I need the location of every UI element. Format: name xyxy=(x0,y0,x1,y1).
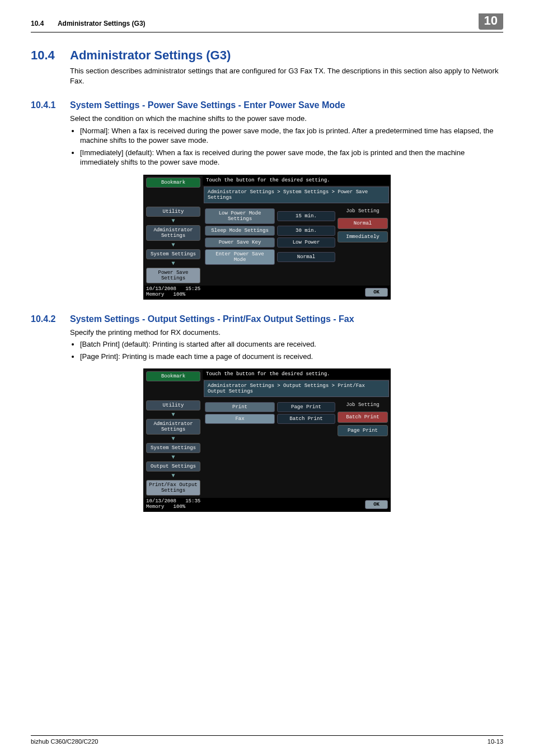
panel-prompt: Touch the button for the desired setting… xyxy=(203,175,390,185)
heading-num: 10.4.1 xyxy=(31,100,70,110)
option-page-print[interactable]: Page Print xyxy=(338,425,388,436)
bullets-10-4-2: [Batch Print] (default): Printing is sta… xyxy=(70,339,503,361)
nav-utility[interactable]: Utility xyxy=(146,400,200,410)
heading-num: 10.4 xyxy=(31,48,70,63)
print-button[interactable]: Print xyxy=(205,402,275,412)
intro-10-4: This section describes administrator set… xyxy=(70,66,503,86)
option-batch-print[interactable]: Batch Print xyxy=(338,412,388,423)
intro-10-4-2: Specify the printing method for RX docum… xyxy=(70,328,503,338)
status-mem-label: Memory xyxy=(146,292,164,297)
fax-button[interactable]: Fax xyxy=(205,414,275,424)
page-header: 10.4 Administrator Settings (G3) 10 xyxy=(31,17,503,32)
setting-row: Print Page Print xyxy=(205,402,335,412)
power-save-key-button[interactable]: Power Save Key xyxy=(205,237,275,248)
chevron-down-icon: ▼ xyxy=(144,412,203,418)
setting-row: Power Save Key Low Power xyxy=(205,237,335,248)
setting-row: Fax Batch Print xyxy=(205,414,335,424)
ok-button[interactable]: OK xyxy=(365,500,388,509)
nav-system-settings[interactable]: System Settings xyxy=(146,249,200,259)
bookmark-button[interactable]: Bookmark xyxy=(146,371,200,381)
enter-power-save-button[interactable]: Enter Power Save Mode xyxy=(205,249,275,265)
heading-text: System Settings - Output Settings - Prin… xyxy=(70,314,503,324)
sleep-mode-button[interactable]: Sleep Mode Settings xyxy=(205,226,275,236)
status-bar: 10/13/2008 15:25 Memory 100% OK xyxy=(144,286,390,299)
nav-utility[interactable]: Utility xyxy=(146,207,200,217)
bookmark-button[interactable]: Bookmark xyxy=(146,178,200,188)
status-mem-value: 100% xyxy=(174,292,186,297)
page-footer: bizhub C360/C280/C220 10-13 xyxy=(31,735,503,745)
print-value: Page Print xyxy=(277,402,335,412)
breadcrumb: Administrator Settings > System Settings… xyxy=(204,186,389,203)
option-immediately[interactable]: Immediately xyxy=(338,231,388,242)
intro-10-4-1: Select the condition on which the machin… xyxy=(70,114,503,124)
chevron-down-icon: ▼ xyxy=(144,436,203,442)
nav-admin-settings[interactable]: Administrator Settings xyxy=(146,419,200,435)
touch-panel-power-save: Bookmark Touch the button for the desire… xyxy=(143,175,391,300)
setting-row: Enter Power Save Mode Normal xyxy=(205,249,335,265)
status-text: 10/13/2008 15:35 Memory 100% xyxy=(146,499,200,510)
low-power-mode-value: 15 min. xyxy=(277,211,335,221)
job-setting-header: Job Setting xyxy=(338,207,388,216)
bullet: [Immediately] (default): When a fax is r… xyxy=(80,148,503,167)
bullets-10-4-1: [Normal]: When a fax is received during … xyxy=(70,126,503,167)
status-date: 10/13/2008 xyxy=(146,286,176,292)
status-bar: 10/13/2008 15:35 Memory 100% OK xyxy=(144,498,390,511)
heading-10-4-1: 10.4.1 System Settings - Power Save Sett… xyxy=(31,100,503,110)
touch-panel-output: Bookmark Touch the button for the desire… xyxy=(143,368,391,512)
nav-admin-settings[interactable]: Administrator Settings xyxy=(146,225,200,241)
nav-power-save-settings[interactable]: Power Save Settings xyxy=(146,268,200,283)
heading-10-4-2: 10.4.2 System Settings - Output Settings… xyxy=(31,314,503,324)
bullet: [Page Print]: Printing is made each time… xyxy=(80,352,503,362)
nav-system-settings[interactable]: System Settings xyxy=(146,443,200,453)
nav-print-fax-output[interactable]: Print/Fax Output Settings xyxy=(146,480,200,496)
header-section-title: Administrator Settings (G3) xyxy=(58,20,146,27)
chevron-down-icon: ▼ xyxy=(144,260,203,267)
setting-row: Low Power Mode Settings 15 min. xyxy=(205,208,335,224)
setting-row: Sleep Mode Settings 30 min. xyxy=(205,226,335,236)
heading-text: Administrator Settings (G3) xyxy=(70,48,503,63)
heading-num: 10.4.2 xyxy=(31,314,70,324)
status-text: 10/13/2008 15:25 Memory 100% xyxy=(146,287,200,298)
status-time: 15:25 xyxy=(185,286,200,292)
nav-output-settings[interactable]: Output Settings xyxy=(146,461,200,472)
power-save-key-value: Low Power xyxy=(277,237,335,248)
status-date: 10/13/2008 xyxy=(146,498,176,504)
option-normal[interactable]: Normal xyxy=(338,218,388,229)
enter-power-save-value: Normal xyxy=(277,252,335,262)
bullet: [Normal]: When a fax is received during … xyxy=(80,126,503,146)
chevron-down-icon: ▼ xyxy=(144,242,203,248)
chevron-down-icon: ▼ xyxy=(144,218,203,224)
status-mem-value: 100% xyxy=(174,504,186,510)
chapter-number-box: 10 xyxy=(479,13,503,30)
heading-text: System Settings - Power Save Settings - … xyxy=(70,100,503,110)
low-power-mode-button[interactable]: Low Power Mode Settings xyxy=(205,208,275,224)
fax-value: Batch Print xyxy=(277,414,335,424)
header-left: 10.4 Administrator Settings (G3) xyxy=(31,20,146,27)
status-mem-label: Memory xyxy=(146,504,164,510)
header-section-num: 10.4 xyxy=(31,20,56,27)
job-setting-header: Job Setting xyxy=(338,400,388,409)
breadcrumb: Administrator Settings > Output Settings… xyxy=(204,380,389,397)
chevron-down-icon: ▼ xyxy=(144,473,203,479)
bullet: [Batch Print] (default): Printing is sta… xyxy=(80,339,503,349)
ok-button[interactable]: OK xyxy=(365,288,388,297)
heading-10-4: 10.4 Administrator Settings (G3) xyxy=(31,48,503,63)
panel-prompt: Touch the button for the desired setting… xyxy=(203,369,390,379)
sleep-mode-value: 30 min. xyxy=(277,226,335,236)
chevron-down-icon: ▼ xyxy=(144,454,203,460)
footer-model: bizhub C360/C280/C220 xyxy=(31,738,98,745)
status-time: 15:35 xyxy=(185,498,200,504)
footer-page: 10-13 xyxy=(488,738,503,745)
